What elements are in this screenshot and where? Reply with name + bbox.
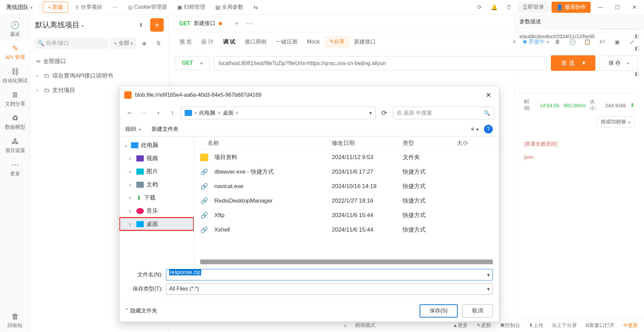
subtab-stress[interactable]: 一键压测 — [271, 36, 302, 48]
plus-icon: + — [155, 20, 159, 30]
chevron-down-icon[interactable]: ▾ — [369, 110, 372, 116]
close-icon[interactable]: ✕ — [483, 90, 494, 100]
nav-more[interactable]: ⋯更多 — [0, 157, 30, 180]
fail-reason[interactable]: [查看失败原因] — [519, 138, 639, 151]
bell-icon[interactable]: 🔔 — [488, 1, 500, 13]
help-icon[interactable]: ? — [484, 125, 493, 133]
new-folder-button[interactable]: 新建文件夹 — [152, 126, 179, 133]
organize-dropdown[interactable]: 组织 ▼ — [126, 126, 141, 133]
import-icon[interactable]: ⬆ — [135, 19, 147, 31]
new-label: 新建 — [52, 4, 63, 11]
note-icon[interactable]: 🗒 — [503, 1, 515, 13]
footer-console[interactable]: ▣控制台 — [500, 322, 520, 329]
file-header[interactable]: 名称˄ 修改日期 类型 大小 — [194, 137, 499, 150]
nav-back-icon[interactable]: ← — [124, 107, 136, 119]
footer-skin[interactable]: ✎皮肤 — [477, 322, 491, 329]
file-row[interactable]: 🔗navicat.exe2024/10/16 14:19快捷方式 — [194, 179, 499, 193]
cube-icon[interactable]: ◧ — [635, 71, 639, 77]
tree-item[interactable]: › 🗀 综合查询API接口说明书 — [35, 68, 164, 83]
nav-datamodel[interactable]: ♻数据模型 — [0, 111, 30, 134]
footer-compact[interactable]: 精简模式 — [355, 322, 375, 329]
sync-icon[interactable]: ⟳ — [473, 1, 485, 13]
file-row[interactable]: 🔗dbeaver.exe - 快捷方式2024/11/6 17:27快捷方式 — [194, 164, 499, 179]
cookie-manager-button[interactable]: ◎ Cookie管理器 — [125, 2, 170, 12]
nav-recent-icon[interactable]: ▾ — [153, 107, 164, 119]
chevron-down-icon — [82, 21, 84, 29]
widget-icon[interactable]: ◈ — [138, 37, 150, 49]
project-title-dropdown[interactable]: 默认离线项目 — [35, 20, 84, 30]
horizontal-scrollbar[interactable] — [200, 260, 493, 264]
nav-project[interactable]: 🖧项目设置 — [0, 134, 30, 157]
nav-docshare[interactable]: 🗎文档分享 — [0, 87, 30, 111]
window-close-icon[interactable]: ✕ — [627, 1, 641, 13]
subtab-share[interactable]: ✎分享 — [325, 36, 349, 48]
subtab-design[interactable]: 设 计 — [196, 36, 218, 48]
chevron-down-icon[interactable]: ▾ — [487, 272, 490, 278]
footer-newwin[interactable]: ⧉新窗口打开 — [586, 322, 615, 329]
file-row[interactable]: 🔗Xftp2024/11/6 15:44快捷方式 — [194, 208, 499, 222]
more-menu[interactable]: ⋯ — [109, 2, 121, 12]
sort-icon[interactable]: ⇅ — [152, 37, 164, 49]
cube-icon[interactable]: ◧ — [635, 45, 639, 51]
url-input[interactable]: localhost:8081/test/fileToZip?fileUrls=h… — [214, 56, 547, 70]
footer-update[interactable]: ⟳更新 — [623, 322, 638, 329]
address-bar[interactable]: › 此电脑 › 桌面 › ▾ — [181, 107, 376, 119]
tab-request[interactable]: GET 新建接口 — [173, 17, 228, 30]
share-project-button[interactable]: ⇪ 分享项目 — [72, 2, 106, 12]
footer-more[interactable]: ▲更多 — [453, 322, 468, 329]
tree-all-apis[interactable]: ∞ 全部接口 — [35, 54, 164, 68]
archive-button[interactable]: ▣ 归档管理 — [174, 2, 209, 12]
file-row[interactable]: 🔗RedisDesktopManager2022/1/27 18:16快捷方式 — [194, 193, 499, 208]
validate-success-dropdown[interactable]: 按成功校验 — [596, 116, 635, 127]
search-input[interactable]: 在 桌面 中搜索 🔍 — [393, 107, 494, 119]
nav-api[interactable]: ✎API 管理 — [0, 41, 30, 64]
sidebar-item-video[interactable]: ›视频 — [119, 152, 194, 165]
tab-more-button[interactable]: ⋯ — [242, 17, 257, 30]
invite-button[interactable]: 👤 邀请协作 — [552, 2, 591, 13]
dialog-cancel-button[interactable]: 取消 — [462, 304, 493, 318]
savetype-select[interactable]: All Files (*.*) ▾ — [166, 283, 493, 295]
footer-split[interactable]: ⊟上下分屏 — [552, 322, 577, 329]
subtab-debug[interactable]: 调 试 — [218, 36, 240, 48]
nav-autotest[interactable]: ⛓自动化测试 — [0, 64, 30, 87]
download-icon[interactable]: ⬇ — [630, 102, 635, 108]
add-api-button[interactable]: + — [150, 18, 164, 32]
tree-search-input[interactable]: 🔍 目录/接口 — [34, 38, 108, 49]
tab-method: GET — [179, 21, 190, 27]
nav-up-icon[interactable]: ↑ — [167, 107, 178, 119]
new-button[interactable]: + 新建 — [43, 2, 68, 13]
view-dropdown[interactable]: ≡ ▼ — [471, 126, 479, 132]
filter-all-dropdown[interactable]: ● 全部 — [110, 38, 136, 49]
new-tab-button[interactable]: + — [231, 17, 242, 30]
nav-trash[interactable]: 🗑回收站 — [0, 309, 30, 332]
login-button[interactable]: 立即登录 — [518, 2, 549, 13]
subtab-preview[interactable]: 预 览 — [175, 36, 196, 48]
filename-input[interactable]: response.zip ▾ — [166, 269, 493, 280]
nav-recent[interactable]: 🕘最近 — [0, 18, 30, 41]
sidebar-item-music[interactable]: ›音乐 — [119, 204, 194, 217]
http-method-dropdown[interactable]: GET — [175, 56, 210, 70]
cube-icon[interactable]: ◧ — [635, 33, 639, 39]
team-dropdown[interactable]: 离线团队 — [3, 3, 36, 11]
global-params-button[interactable]: ▤ 全局参数 — [212, 2, 247, 12]
sidebar-item-pc[interactable]: ⌄此电脑 — [119, 139, 194, 152]
sidebar-item-docs[interactable]: ›文档 — [119, 178, 194, 191]
refresh-icon[interactable]: ⟳ — [378, 107, 390, 119]
user-plus-icon: 👤 — [556, 4, 563, 10]
sidebar-item-downloads[interactable]: ›⬇下载 — [119, 191, 194, 204]
sidebar-item-desktop[interactable]: ›桌面 — [119, 217, 194, 231]
collapse-icon[interactable]: « — [344, 323, 346, 328]
subtab-mock[interactable]: Mock — [302, 36, 324, 48]
subtab-newapi[interactable]: 新建接口 — [349, 36, 380, 48]
subtab-usecase[interactable]: 接口用例 — [240, 36, 271, 48]
footer-upload[interactable]: ⬆上传 — [529, 322, 543, 329]
toggle-panel-button[interactable]: ⇆ — [250, 2, 261, 12]
dialog-save-button[interactable]: 保存(S) — [420, 304, 458, 318]
window-minimize-icon[interactable]: — — [593, 1, 608, 13]
file-row[interactable]: 项目资料2024/11/12 9:53文件夹 — [194, 150, 499, 164]
file-row[interactable]: 🔗Xshell2024/11/6 15:44快捷方式 — [194, 222, 499, 237]
window-maximize-icon[interactable]: ☐ — [610, 1, 624, 13]
sidebar-item-images[interactable]: ›图片 — [119, 165, 194, 178]
hide-folders-toggle[interactable]: ˄ 隐藏文件夹 — [126, 307, 157, 314]
nav-forward-icon[interactable]: → — [138, 107, 150, 119]
